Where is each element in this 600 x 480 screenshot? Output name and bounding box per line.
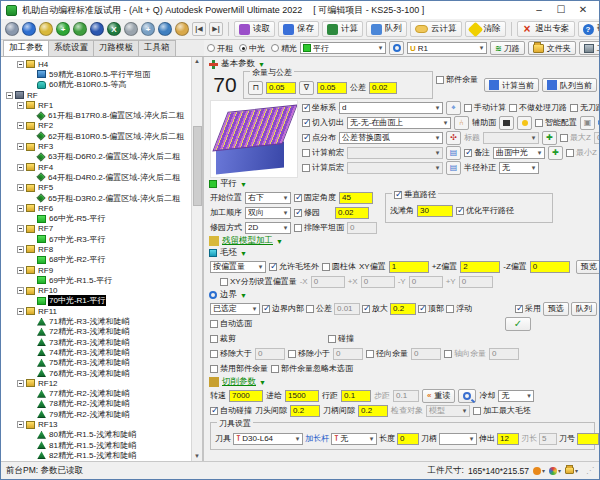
- tree-expander[interactable]: [17, 184, 24, 191]
- axial-stock-checkbox[interactable]: 轴向余量: [444, 348, 486, 359]
- tree-expander[interactable]: [6, 92, 13, 99]
- tool-select[interactable]: U R1▾: [407, 42, 487, 54]
- tree-item[interactable]: 80精光-R1.5-浅滩和陡峭: [4, 430, 191, 440]
- remove-lt-checkbox[interactable]: 移除小于: [288, 348, 330, 359]
- reread-button[interactable]: «重读: [422, 389, 455, 403]
- stepover-field[interactable]: 0.1: [341, 390, 371, 402]
- maxz-field[interactable]: 0: [594, 132, 600, 144]
- tree-item[interactable]: 68中光-R2-平行: [4, 255, 191, 265]
- minimize-button[interactable]: –: [528, 2, 550, 18]
- remove-gt-checkbox[interactable]: 移除大于: [210, 348, 252, 359]
- tree-item[interactable]: RF: [4, 90, 191, 100]
- boundary-tol-field[interactable]: 0.01: [334, 303, 360, 315]
- exclude-flat-field[interactable]: 0: [347, 222, 377, 234]
- aux-face-lamp-button[interactable]: [517, 116, 532, 130]
- tree-item[interactable]: RF7: [4, 224, 191, 234]
- round-checkbox[interactable]: 修园: [294, 207, 320, 218]
- spindle-speed-field[interactable]: 7000: [229, 390, 263, 402]
- smart-config-button[interactable]: ▣: [580, 116, 595, 130]
- tree-expander[interactable]: [17, 122, 24, 129]
- settings-gear-icon[interactable]: [5, 22, 19, 36]
- part-stock-checkbox[interactable]: 部件余量: [436, 74, 478, 85]
- scroll-up-icon[interactable]: ▲: [194, 57, 200, 66]
- tree-item[interactable]: 82精光-R1.5-浅滩和陡峭: [4, 450, 191, 460]
- cylinder-checkbox[interactable]: 圆柱体: [322, 261, 356, 272]
- shank-clearance-field[interactable]: 0.2: [358, 405, 388, 417]
- tree-expander[interactable]: [17, 380, 24, 387]
- flute-length-field[interactable]: 5: [539, 433, 557, 445]
- tree-item[interactable]: 61开粗-B17R0.8-偏置区域-淬火后二粗: [4, 110, 191, 120]
- wrench-icon[interactable]: [124, 22, 138, 36]
- tree-item[interactable]: RF3: [4, 141, 191, 151]
- tool-name-select[interactable]: ⊺D30-L64▾: [233, 433, 303, 445]
- close-button[interactable]: ✕: [572, 2, 594, 18]
- tree-item[interactable]: RF2: [4, 121, 191, 131]
- stock-icon-button[interactable]: ⊓: [248, 81, 263, 95]
- tab-2[interactable]: 系统设置: [48, 40, 94, 56]
- radial-stock-field[interactable]: 0: [411, 348, 441, 360]
- leadin-icon[interactable]: ⑃: [454, 116, 469, 130]
- tree-item[interactable]: 59精光-B10R0.5-平行平坦面: [4, 69, 191, 79]
- tree-item[interactable]: RF6: [4, 203, 191, 213]
- preselect-button[interactable]: 预选: [543, 302, 569, 316]
- toolpath-button[interactable]: ≋刀路: [490, 41, 525, 55]
- expand-checkbox[interactable]: 放大: [362, 303, 388, 314]
- title-template-button[interactable]: ✚: [542, 131, 557, 145]
- tree-expander[interactable]: [17, 267, 24, 274]
- no-process-checkbox[interactable]: 不做处理刀路: [509, 102, 567, 113]
- tree-expander[interactable]: [17, 205, 24, 212]
- run-icon[interactable]: [158, 22, 172, 36]
- strategy-select[interactable]: 平行▾: [300, 42, 386, 54]
- tree-expander[interactable]: [17, 287, 24, 294]
- tree-expander[interactable]: [17, 61, 24, 68]
- tree-item[interactable]: 66中光-R5-平行: [4, 213, 191, 223]
- check-object-select[interactable]: 模型▾: [426, 405, 470, 417]
- tree-item[interactable]: 75精光-R3-浅滩和陡峭: [4, 358, 191, 368]
- order-select[interactable]: 双向▾: [245, 207, 291, 219]
- pattern-icon-button[interactable]: [389, 41, 404, 55]
- radius-comp-select[interactable]: 无▾: [499, 162, 539, 174]
- auto-face-checkbox[interactable]: 自动选面: [210, 318, 252, 329]
- tree-item[interactable]: 81精光-R1.5-浅滩和陡峭: [4, 440, 191, 450]
- leadin-checkbox[interactable]: 切入切出: [302, 117, 344, 128]
- xy-separate-checkbox[interactable]: XY分别设置偏置量: [220, 276, 297, 287]
- tree-item[interactable]: RF13: [4, 419, 191, 429]
- edit-icon[interactable]: [39, 22, 53, 36]
- powermill-icon[interactable]: [90, 22, 104, 36]
- round-field[interactable]: 0.02: [335, 207, 369, 219]
- floating-checkbox[interactable]: 浮动: [446, 303, 472, 314]
- aux-face-box-button[interactable]: [499, 116, 514, 130]
- tree-expander[interactable]: [17, 421, 24, 428]
- shallow-angle-field[interactable]: 30: [417, 205, 453, 217]
- tolerance-field[interactable]: 0.02: [369, 82, 397, 94]
- tree-item[interactable]: 63开粗-D6R0.2-偏置区域-淬火后二粗: [4, 152, 191, 162]
- tree-item[interactable]: 65开粗-D3R0.2-偏置区域-淬火后二粗: [4, 193, 191, 203]
- tree-item[interactable]: 78精光-R2-浅滩和陡峭: [4, 399, 191, 409]
- tree-item[interactable]: 67中光-R3-平行: [4, 234, 191, 244]
- extension-select[interactable]: ⊺无▾: [331, 433, 377, 445]
- coord-checkbox[interactable]: 坐标系: [302, 102, 336, 113]
- coolant-select[interactable]: 无▾: [498, 390, 534, 402]
- max-blank-checkbox[interactable]: 加工最大毛坯: [473, 405, 531, 416]
- py-field[interactable]: 0: [459, 276, 493, 288]
- resize-grip[interactable]: ⋰: [586, 466, 594, 475]
- tree-scrollbar[interactable]: ▲ ▼: [191, 57, 202, 461]
- overhang-field[interactable]: 12: [497, 433, 519, 445]
- tree-expander[interactable]: [17, 246, 24, 253]
- maxz-checkbox[interactable]: 最大Z: [560, 132, 591, 143]
- postmacro-checkbox[interactable]: 计算后宏: [302, 162, 344, 173]
- expand-field[interactable]: 0.2: [390, 303, 416, 315]
- tree-expander[interactable]: [17, 102, 24, 109]
- apply-checkbox[interactable]: 采用: [515, 303, 541, 314]
- remove-lt-field[interactable]: 0: [333, 348, 363, 360]
- title-select[interactable]: ▾: [483, 132, 539, 144]
- stepdown-field[interactable]: 0.1: [393, 390, 419, 402]
- tree-item[interactable]: 76精光-R3-浅滩和陡峭: [4, 368, 191, 378]
- tree-expander[interactable]: [17, 164, 24, 171]
- auto-collision-checkbox[interactable]: 自动碰撞: [210, 405, 252, 416]
- tree-item[interactable]: 79精光-R2-浅滩和陡峭: [4, 409, 191, 419]
- postmacro-select[interactable]: ▾: [347, 162, 443, 174]
- tree-item[interactable]: 72精光-R3-浅滩和陡峭: [4, 327, 191, 337]
- cloud-compute-button[interactable]: 云计算: [410, 21, 462, 37]
- radio-2[interactable]: 中光: [239, 43, 265, 54]
